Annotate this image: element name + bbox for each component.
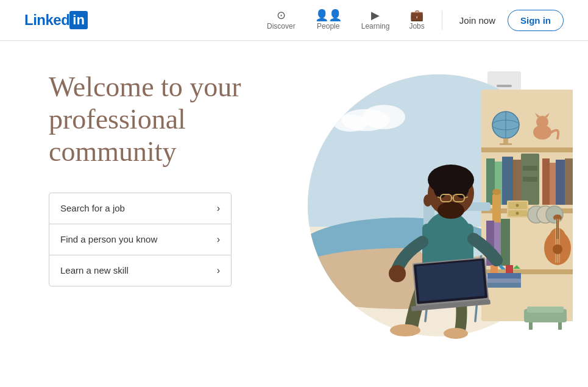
svg-rect-33 (492, 193, 501, 224)
svg-point-42 (546, 206, 563, 223)
svg-rect-65 (558, 322, 562, 330)
action-learn-skill[interactable]: Learn a new skill › (49, 255, 232, 286)
action-search-job-label: Search for a job (60, 203, 125, 213)
sign-in-button[interactable]: Sign in (508, 10, 564, 31)
illustration-panel (280, 59, 551, 352)
svg-rect-81 (416, 260, 485, 301)
svg-rect-30 (556, 160, 565, 205)
svg-rect-16 (500, 143, 512, 145)
left-panel: Welcome to your professional community S… (49, 71, 280, 286)
svg-point-53 (553, 244, 562, 254)
nav-auth: Join now Sign in (452, 10, 564, 31)
action-find-person[interactable]: Find a person you know › (49, 224, 232, 255)
main-nav: ⊙ Discover 👤👤 People ▶ Learning 💼 Jobs J… (260, 7, 564, 33)
logo-in-text: in (69, 11, 88, 29)
svg-point-74 (390, 324, 420, 336)
action-list: Search for a job › Find a person you kno… (49, 193, 232, 286)
learning-icon: ▶ (371, 10, 380, 21)
main-illustration (280, 59, 573, 358)
nav-jobs-label: Jobs (409, 22, 424, 30)
svg-rect-24 (513, 160, 521, 205)
headline-line1: Welcome to your (49, 71, 241, 102)
svg-point-6 (363, 105, 405, 129)
jobs-icon: 💼 (410, 10, 423, 21)
headline: Welcome to your professional community (49, 71, 280, 168)
svg-point-34 (492, 189, 501, 195)
nav-discover-label: Discover (267, 22, 296, 30)
linkedin-logo[interactable]: Linkedin (24, 11, 88, 29)
svg-point-93 (423, 194, 432, 207)
action-search-job[interactable]: Search for a job › (49, 193, 232, 224)
svg-rect-9 (481, 147, 573, 152)
svg-rect-64 (529, 322, 533, 330)
join-now-button[interactable]: Join now (452, 10, 503, 30)
main-content: Welcome to your professional community S… (0, 41, 588, 370)
nav-learning-label: Learning (361, 22, 390, 30)
svg-rect-31 (565, 158, 573, 205)
headline-line2: professional community (49, 104, 186, 167)
svg-rect-63 (527, 307, 564, 313)
svg-rect-28 (542, 158, 550, 205)
svg-rect-56 (487, 273, 521, 279)
svg-rect-29 (550, 163, 556, 205)
discover-icon: ⊙ (277, 10, 286, 21)
svg-rect-60 (506, 265, 513, 273)
svg-point-39 (516, 212, 519, 215)
chevron-right-icon: › (217, 265, 220, 276)
svg-rect-15 (503, 138, 508, 143)
svg-point-75 (444, 328, 468, 339)
nav-people-label: People (317, 22, 339, 30)
svg-point-18 (536, 116, 548, 128)
chevron-right-icon: › (217, 203, 220, 214)
svg-point-38 (516, 204, 519, 207)
svg-point-78 (389, 265, 406, 282)
svg-rect-23 (502, 157, 513, 205)
nav-jobs[interactable]: 💼 Jobs (402, 7, 431, 33)
action-find-person-label: Find a person you know (60, 234, 157, 244)
header: Linkedin ⊙ Discover 👤👤 People ▶ Learning… (0, 0, 588, 41)
svg-point-87 (437, 202, 464, 219)
nav-learning[interactable]: ▶ Learning (354, 7, 397, 33)
action-learn-skill-label: Learn a new skill (60, 265, 129, 275)
chevron-right-icon: › (217, 234, 220, 245)
nav-discover[interactable]: ⊙ Discover (260, 7, 303, 33)
nav-divider (442, 10, 442, 30)
nav-people[interactable]: 👤👤 People (308, 7, 349, 33)
svg-point-7 (333, 115, 367, 132)
people-icon: 👤👤 (315, 10, 342, 21)
svg-rect-27 (523, 177, 537, 182)
svg-rect-26 (523, 166, 537, 171)
logo-linked-text: Linked (24, 12, 69, 29)
